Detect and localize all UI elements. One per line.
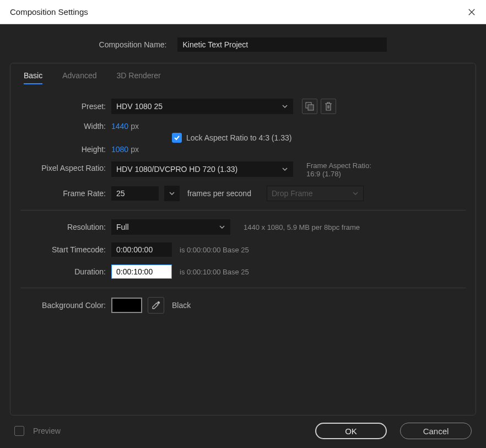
par-row: Pixel Aspect Ratio: HDV 1080/DVCPRO HD 7…: [20, 161, 466, 178]
width-unit: px: [131, 122, 139, 131]
save-preset-icon: [305, 102, 314, 111]
framerate-label: Frame Rate:: [20, 189, 111, 198]
resolution-row: Resolution: Full 1440 x 1080, 5.9 MB per…: [20, 219, 466, 235]
chevron-down-icon: [352, 190, 359, 197]
width-row: Width: 1440 px: [20, 122, 466, 131]
title-bar: Composition Settings: [0, 0, 486, 24]
chevron-down-icon: [282, 103, 288, 110]
eyedropper-icon: [151, 300, 161, 310]
lock-aspect-row: Lock Aspect Ratio to 4:3 (1.33): [20, 133, 466, 143]
svg-rect-1: [308, 105, 314, 110]
composition-name-label: Composition Name:: [99, 40, 172, 49]
tab-bar: Basic Advanced 3D Renderer: [20, 71, 466, 84]
check-icon: [174, 134, 180, 141]
par-label: Pixel Aspect Ratio:: [20, 161, 111, 172]
preset-label: Preset:: [20, 102, 111, 111]
framerate-unit: frames per second: [187, 189, 251, 198]
window-title: Composition Settings: [10, 7, 88, 17]
frame-aspect-value: 16:9 (1.78): [306, 170, 371, 178]
preview-checkbox[interactable]: [14, 426, 24, 436]
resolution-value: Full: [116, 223, 129, 231]
eyedropper-button[interactable]: [148, 297, 164, 314]
preset-dropdown[interactable]: HDV 1080 25: [111, 99, 293, 114]
par-dropdown[interactable]: HDV 1080/DVCPRO HD 720 (1.33): [111, 161, 293, 177]
preset-value: HDV 1080 25: [116, 102, 163, 111]
tab-advanced[interactable]: Advanced: [62, 71, 96, 84]
lock-aspect-label: Lock Aspect Ratio to 4:3 (1.33): [186, 133, 291, 142]
start-timecode-input[interactable]: [111, 242, 172, 257]
button-group: OK Cancel: [315, 423, 472, 439]
bottom-bar: Preview OK Cancel: [0, 414, 486, 448]
chevron-down-icon: [282, 166, 288, 172]
bgcolor-label: Background Color:: [20, 301, 111, 310]
drop-frame-dropdown: Drop Frame: [267, 186, 364, 201]
chevron-down-icon: [219, 224, 225, 230]
height-label: Height:: [20, 145, 111, 154]
ok-button[interactable]: OK: [315, 423, 387, 439]
divider: [20, 210, 466, 210]
frame-aspect-info: Frame Aspect Ratio: 16:9 (1.78): [306, 161, 371, 178]
width-value[interactable]: 1440: [111, 122, 128, 131]
composition-name-input[interactable]: [177, 37, 387, 52]
divider: [20, 288, 466, 288]
save-preset-button[interactable]: [302, 99, 317, 114]
lock-aspect-checkbox[interactable]: [172, 133, 182, 143]
bgcolor-swatch[interactable]: [111, 298, 142, 313]
tab-3d-renderer[interactable]: 3D Renderer: [117, 71, 161, 84]
duration-hint: is 0:00:10:00 Base 25: [180, 268, 249, 276]
chevron-down-icon: [169, 190, 175, 197]
start-timecode-label: Start Timecode:: [20, 245, 111, 254]
height-value[interactable]: 1080: [111, 145, 128, 154]
resolution-label: Resolution:: [20, 223, 111, 231]
frame-aspect-label: Frame Aspect Ratio:: [306, 161, 371, 170]
start-timecode-hint: is 0:00:00:00 Base 25: [180, 246, 249, 254]
duration-label: Duration:: [20, 267, 111, 276]
composition-name-row: Composition Name:: [10, 37, 476, 52]
height-row: Height: 1080 px: [20, 145, 466, 154]
framerate-row: Frame Rate: frames per second Drop Frame: [20, 186, 466, 201]
trash-icon: [325, 102, 332, 111]
height-unit: px: [131, 145, 139, 154]
close-icon[interactable]: [467, 8, 476, 17]
drop-frame-value: Drop Frame: [272, 189, 313, 198]
start-timecode-row: Start Timecode: is 0:00:00:00 Base 25: [20, 242, 466, 257]
dialog-content: Composition Name: Basic Advanced 3D Rend…: [0, 24, 486, 415]
settings-panel: Basic Advanced 3D Renderer Preset: HDV 1…: [10, 63, 476, 415]
par-value: HDV 1080/DVCPRO HD 720 (1.33): [116, 165, 237, 174]
duration-row: Duration: is 0:00:10:00 Base 25: [20, 265, 466, 279]
framerate-input[interactable]: [111, 186, 159, 201]
cancel-button[interactable]: Cancel: [400, 423, 472, 439]
preview-label: Preview: [33, 427, 61, 435]
preset-row: Preset: HDV 1080 25: [20, 99, 466, 114]
width-label: Width:: [20, 122, 111, 131]
framerate-stepper[interactable]: [164, 186, 180, 201]
preview-row: Preview: [14, 426, 61, 436]
bgcolor-name: Black: [172, 301, 191, 310]
delete-preset-button[interactable]: [321, 99, 336, 114]
resolution-hint: 1440 x 1080, 5.9 MB per 8bpc frame: [244, 223, 360, 231]
resolution-dropdown[interactable]: Full: [111, 219, 230, 235]
tab-basic[interactable]: Basic: [24, 71, 42, 84]
bgcolor-row: Background Color: Black: [20, 297, 466, 314]
duration-input[interactable]: [111, 265, 172, 279]
